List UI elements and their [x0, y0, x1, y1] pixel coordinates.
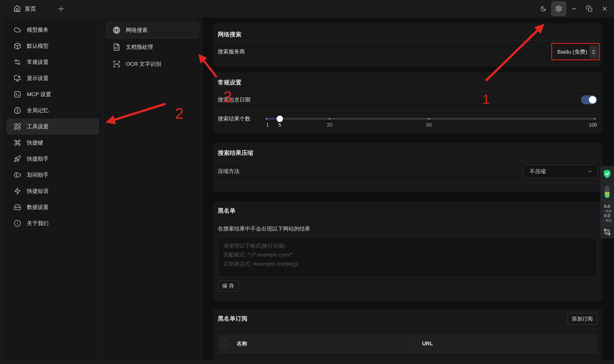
resource-gauge[interactable] — [605, 186, 610, 198]
sidebar-item-label: 数据设置 — [27, 204, 49, 211]
provider-select[interactable]: Baidu (免费) — [557, 45, 598, 59]
subsidebar-item-web-search[interactable]: 网络搜索 — [106, 22, 199, 38]
sidebar-item-display-settings[interactable]: 显示设置 — [6, 70, 99, 86]
cloud-icon — [14, 26, 21, 34]
sliders-icon — [14, 58, 21, 66]
compression-method-label: 压缩方法 — [218, 168, 239, 175]
tools-icon — [14, 123, 21, 130]
sidebar-item-label: 模型服务 — [27, 26, 49, 34]
divider — [217, 40, 599, 40]
slider-tick-label: 5 — [278, 122, 281, 128]
desktop-monitor-widget: 0.0 ↑ K/s 0.0 ↓ K/s — [600, 166, 614, 238]
tab-home-label: 首页 — [25, 5, 36, 13]
theme-toggle-button[interactable] — [536, 1, 551, 16]
sidebar-item-default-models[interactable]: 默认模型 — [6, 38, 99, 54]
general-settings-card: 常规设置 搜索包含日期 搜索结果个数 1 5 20 50 100 — [213, 72, 602, 133]
divider — [217, 161, 599, 161]
slider-tick-label: 100 — [589, 122, 597, 128]
sidebar-item-tool-settings[interactable]: 工具设置 — [6, 118, 99, 135]
subsidebar-item-document-preprocess[interactable]: 文档预处理 — [106, 39, 199, 55]
card-title: 黑名单 — [218, 207, 236, 215]
download-speed-value: 0.0 — [603, 213, 612, 218]
hard-drive-icon — [14, 204, 21, 211]
moon-icon — [540, 6, 546, 12]
sidebar-item-quick-assistant[interactable]: 快捷助手 — [6, 151, 99, 167]
zap-icon — [14, 187, 21, 195]
screenshot-crop-icon[interactable] — [603, 228, 611, 236]
settings-sidebar: 模型服务 默认模型 常规设置 显示设置 MCP 设置 全局记忆 工具设置 快捷键… — [3, 18, 102, 360]
sidebar-item-selection-assistant[interactable]: 划词助手 — [6, 167, 99, 183]
widget-divider — [602, 225, 612, 225]
minimize-icon — [571, 5, 577, 12]
column-separator — [414, 339, 414, 348]
close-button[interactable] — [597, 1, 612, 16]
card-title: 黑名单订阅 — [218, 315, 247, 323]
maximize-button[interactable] — [582, 1, 597, 16]
web-search-card: 网络搜索 搜索服务商 Baidu (免费) — [213, 24, 602, 66]
shield-check-icon — [602, 169, 612, 180]
blacklist-card: 黑名单 在搜索结果中不会出现以下网站的结果 保 存 — [213, 201, 602, 301]
sidebar-item-label: 常规设置 — [27, 58, 49, 66]
tab-home[interactable]: 首页 — [14, 5, 36, 13]
blacklist-textarea[interactable] — [218, 237, 597, 277]
save-button[interactable]: 保 存 — [218, 280, 238, 292]
sidebar-item-about-us[interactable]: 关于我们 — [6, 215, 99, 231]
slider-tick-label: 20 — [327, 122, 332, 128]
new-tab-button[interactable] — [57, 5, 65, 13]
titlebar: 首页 — [0, 0, 614, 18]
card-title: 常规设置 — [218, 78, 241, 87]
add-subscription-button[interactable]: 添加订阅 — [567, 313, 597, 325]
select-all-checkbox[interactable] — [221, 341, 227, 346]
slider-thumb[interactable] — [277, 116, 283, 122]
sidebar-item-global-memory[interactable]: 全局记忆 — [6, 102, 99, 118]
subsidebar-item-label: OCR 文字识别 — [126, 60, 161, 68]
network-speed[interactable]: 0.0 ↑ K/s 0.0 ↓ K/s — [603, 202, 612, 225]
settings-window: 模型服务 默认模型 常规设置 显示设置 MCP 设置 全局记忆 工具设置 快捷键… — [0, 18, 614, 360]
file-code-icon — [113, 43, 120, 51]
include-date-toggle[interactable] — [581, 95, 597, 104]
web-search-settings-panel: 网络搜索 搜索服务商 Baidu (免费) 常规设置 搜索包含日期 搜索结果个数 — [202, 18, 614, 360]
text-cursor-icon — [14, 171, 21, 179]
upload-speed-unit: K/s — [606, 209, 612, 213]
sidebar-item-data-settings[interactable]: 数据设置 — [6, 199, 99, 215]
slider-tick-label: 50 — [426, 122, 432, 128]
sidebar-item-label: 显示设置 — [27, 75, 49, 82]
include-date-label: 搜索包含日期 — [218, 96, 251, 104]
sidebar-item-label: 快捷短语 — [27, 187, 49, 195]
settings-button[interactable] — [551, 1, 566, 16]
result-count-label: 搜索结果个数 — [218, 115, 251, 122]
sidebar-item-label: 全局记忆 — [27, 107, 49, 114]
gear-icon — [555, 5, 562, 12]
svg-text:OCR: OCR — [114, 63, 119, 65]
brain-icon — [14, 107, 21, 114]
provider-label: 搜索服务商 — [218, 48, 245, 55]
subscription-table-header: 名称 URL — [218, 334, 598, 353]
card-title: 搜索结果压缩 — [218, 149, 253, 157]
monitor-gear-icon — [14, 75, 21, 82]
minimize-button[interactable] — [566, 1, 582, 16]
sidebar-item-quick-phrases[interactable]: 快捷短语 — [6, 183, 99, 199]
slider-mark — [266, 118, 267, 120]
package-icon — [14, 42, 21, 50]
chevron-down-icon — [587, 169, 593, 174]
divider — [217, 111, 599, 112]
compression-method-value: 不压缩 — [530, 168, 546, 175]
sidebar-item-general-settings[interactable]: 常规设置 — [6, 54, 99, 70]
gauge-empty — [605, 186, 610, 192]
subsidebar-item-label: 文档预处理 — [126, 43, 153, 51]
gauge-level — [605, 192, 610, 198]
sidebar-item-label: MCP 设置 — [27, 91, 51, 98]
sidebar-item-mcp-settings[interactable]: MCP 设置 — [6, 86, 99, 102]
compression-method-select[interactable]: 不压缩 — [524, 165, 598, 178]
slider-mark — [428, 118, 430, 120]
command-icon — [14, 139, 21, 146]
widget-divider — [602, 182, 612, 182]
sidebar-item-model-services[interactable]: 模型服务 — [6, 22, 99, 38]
slider-mark — [329, 118, 330, 120]
download-speed-unit: K/s — [606, 218, 612, 222]
result-count-slider[interactable]: 1 5 20 50 100 — [266, 118, 595, 120]
info-icon — [14, 220, 21, 227]
restore-icon — [586, 5, 593, 12]
sidebar-item-shortcuts[interactable]: 快捷键 — [6, 135, 99, 151]
subsidebar-item-ocr[interactable]: OCROCR 文字识别 — [106, 56, 199, 72]
